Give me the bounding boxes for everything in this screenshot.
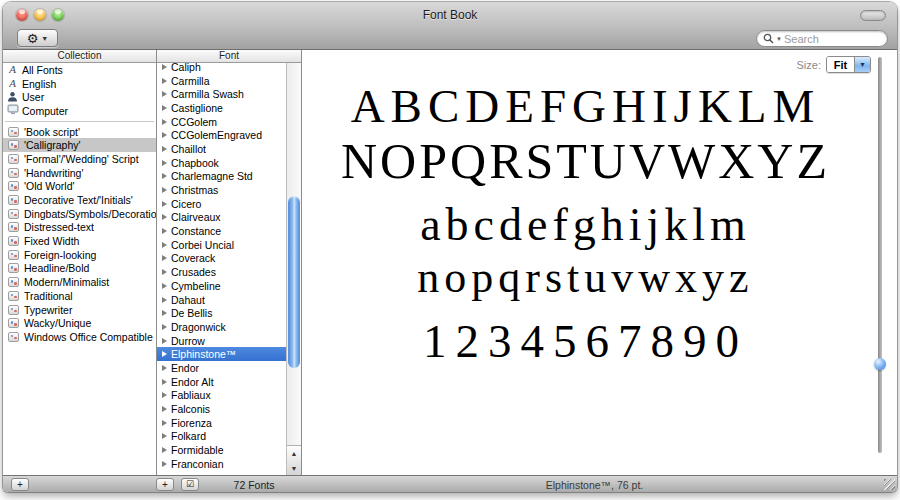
- list-separator: [3, 118, 156, 125]
- scrollbar-thumb[interactable]: [288, 196, 300, 368]
- font-item[interactable]: Clairveaux: [157, 211, 286, 225]
- font-item[interactable]: Cicero: [157, 197, 286, 211]
- disclosure-triangle-icon[interactable]: [162, 297, 167, 303]
- size-select[interactable]: Fit ▼: [826, 56, 871, 73]
- font-item[interactable]: Christmas: [157, 183, 286, 197]
- collection-item[interactable]: Decorative Text/'Initials': [3, 193, 156, 207]
- collection-item[interactable]: 'Old World': [3, 180, 156, 194]
- disclosure-triangle-icon[interactable]: [162, 91, 167, 97]
- collection-item[interactable]: Windows Office Compatible: [3, 330, 156, 344]
- disclosure-triangle-icon[interactable]: [162, 160, 167, 166]
- font-item[interactable]: Dahaut: [157, 293, 286, 307]
- collection-item[interactable]: Dingbats/Symbols/Decoration: [3, 207, 156, 221]
- collection-item[interactable]: Foreign-looking: [3, 248, 156, 262]
- action-menu-button[interactable]: ⚙ ▼: [17, 29, 58, 47]
- font-item[interactable]: Carmilla: [157, 74, 286, 88]
- disclosure-triangle-icon[interactable]: [162, 64, 167, 70]
- disclosure-triangle-icon[interactable]: [162, 105, 167, 111]
- font-item[interactable]: Carmilla Swash: [157, 87, 286, 101]
- font-item[interactable]: Chaillot: [157, 142, 286, 156]
- font-column-header[interactable]: Font: [157, 50, 301, 63]
- disclosure-triangle-icon[interactable]: [162, 365, 167, 371]
- font-item[interactable]: Castiglione: [157, 101, 286, 115]
- disclosure-triangle-icon[interactable]: [162, 379, 167, 385]
- disclosure-triangle-icon[interactable]: [162, 269, 167, 275]
- collection-item[interactable]: Headline/Bold: [3, 262, 156, 276]
- resize-grip[interactable]: [884, 479, 895, 490]
- font-item[interactable]: Caliph: [157, 63, 286, 74]
- disclosure-triangle-icon[interactable]: [162, 283, 167, 289]
- collection-item[interactable]: 'Calligraphy': [3, 138, 156, 152]
- size-dropdown-arrow-icon[interactable]: ▼: [854, 57, 870, 72]
- disclosure-triangle-icon[interactable]: [162, 214, 167, 220]
- collection-item[interactable]: Traditional: [3, 289, 156, 303]
- disclosure-triangle-icon[interactable]: [162, 173, 167, 179]
- font-item[interactable]: Crusades: [157, 265, 286, 279]
- disclosure-triangle-icon[interactable]: [162, 119, 167, 125]
- collection-item[interactable]: Fixed Width: [3, 234, 156, 248]
- size-slider-thumb[interactable]: [874, 358, 886, 370]
- font-item-label: Charlemagne Std: [171, 170, 253, 182]
- disclosure-triangle-icon[interactable]: [162, 255, 167, 261]
- font-item[interactable]: Coverack: [157, 252, 286, 266]
- scroll-up-arrow-icon[interactable]: ▲: [287, 446, 301, 461]
- font-item[interactable]: Chapbook: [157, 156, 286, 170]
- font-item[interactable]: Fabliaux: [157, 389, 286, 403]
- collection-item[interactable]: 'Handwriting': [3, 166, 156, 180]
- disclosure-triangle-icon[interactable]: [162, 461, 167, 467]
- disclosure-triangle-icon[interactable]: [162, 187, 167, 193]
- toolbar-toggle-button[interactable]: [860, 10, 886, 21]
- font-item[interactable]: CCGolemEngraved: [157, 128, 286, 142]
- font-item[interactable]: Fiorenza: [157, 416, 286, 430]
- disclosure-triangle-icon[interactable]: [162, 242, 167, 248]
- disclosure-triangle-icon[interactable]: [162, 146, 167, 152]
- disclosure-triangle-icon[interactable]: [162, 406, 167, 412]
- font-item[interactable]: Folkard: [157, 430, 286, 444]
- search-field[interactable]: ▼: [756, 30, 888, 47]
- add-collection-button[interactable]: +: [11, 478, 29, 491]
- disclosure-triangle-icon[interactable]: [162, 228, 167, 234]
- disclosure-triangle-icon[interactable]: [162, 132, 167, 138]
- disclosure-triangle-icon[interactable]: [162, 78, 167, 84]
- disclosure-triangle-icon[interactable]: [162, 338, 167, 344]
- collection-item[interactable]: 'Formal'/'Wedding' Script: [3, 152, 156, 166]
- collection-column-header[interactable]: Collection: [3, 50, 156, 63]
- disclosure-triangle-icon[interactable]: [162, 433, 167, 439]
- font-item[interactable]: Constance: [157, 224, 286, 238]
- disclosure-triangle-icon[interactable]: [162, 324, 167, 330]
- disclosure-triangle-icon[interactable]: [162, 420, 167, 426]
- font-item[interactable]: Dragonwick: [157, 320, 286, 334]
- font-item[interactable]: Endor Alt: [157, 375, 286, 389]
- collection-item[interactable]: Typewriter: [3, 303, 156, 317]
- collection-item[interactable]: Computer: [3, 104, 156, 118]
- font-list-scrollbar[interactable]: ▲ ▼: [286, 63, 301, 475]
- font-item[interactable]: De Bellis: [157, 306, 286, 320]
- disclosure-triangle-icon[interactable]: [162, 392, 167, 398]
- collection-item[interactable]: User: [3, 90, 156, 104]
- disclosure-triangle-icon[interactable]: [162, 310, 167, 316]
- collection-item[interactable]: Modern/Minimalist: [3, 275, 156, 289]
- collection-item[interactable]: AEnglish: [3, 77, 156, 91]
- font-item[interactable]: Cymbeline: [157, 279, 286, 293]
- font-item[interactable]: Formidable: [157, 443, 286, 457]
- font-item[interactable]: Falconis: [157, 402, 286, 416]
- disclosure-triangle-icon[interactable]: [162, 201, 167, 207]
- disclosure-triangle-icon[interactable]: [162, 447, 167, 453]
- scroll-down-arrow-icon[interactable]: ▼: [287, 461, 301, 475]
- collection-item[interactable]: Wacky/Unique: [3, 316, 156, 330]
- collection-item[interactable]: 'Book script': [3, 125, 156, 139]
- add-font-button[interactable]: +: [156, 478, 174, 491]
- collection-item[interactable]: Distressed-text: [3, 221, 156, 235]
- font-item[interactable]: CCGolem: [157, 115, 286, 129]
- size-slider-track[interactable]: [878, 57, 882, 453]
- font-item[interactable]: Franconian: [157, 457, 286, 471]
- disclosure-triangle-icon[interactable]: [162, 351, 167, 357]
- font-item[interactable]: Endor: [157, 361, 286, 375]
- font-item[interactable]: Charlemagne Std: [157, 170, 286, 184]
- font-item-label: CCGolem: [171, 116, 217, 128]
- font-item[interactable]: Elphinstone™: [157, 347, 286, 361]
- collection-item[interactable]: AAll Fonts: [3, 63, 156, 77]
- font-item[interactable]: Durrow: [157, 334, 286, 348]
- font-item[interactable]: Corbei Uncial: [157, 238, 286, 252]
- search-input[interactable]: [784, 33, 874, 45]
